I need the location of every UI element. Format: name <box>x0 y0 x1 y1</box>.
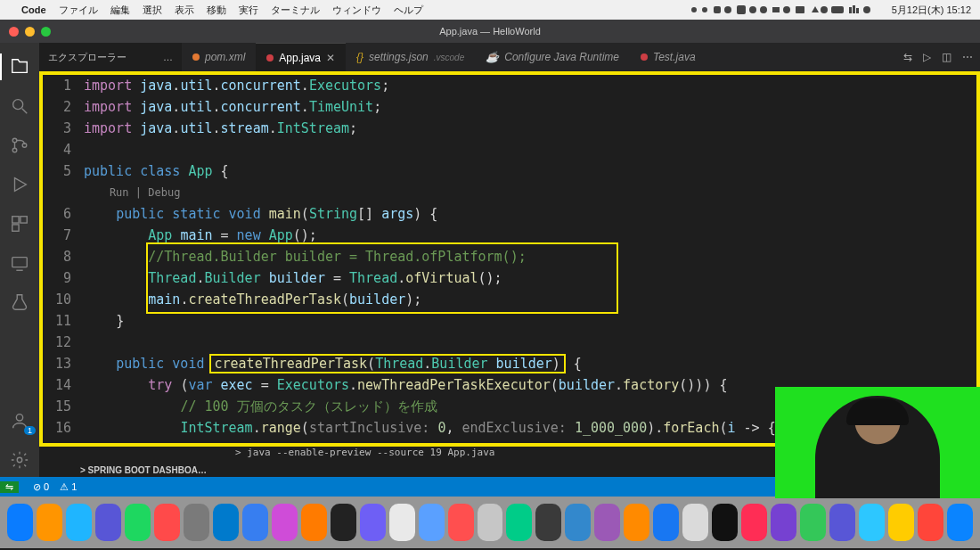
minimize-icon[interactable] <box>25 27 35 37</box>
tab-configure-java-runtime[interactable]: ☕Configure Java Runtime <box>475 43 630 71</box>
menu-edit[interactable]: 編集 <box>110 4 130 17</box>
java-file-icon <box>641 53 648 61</box>
activity-explorer[interactable] <box>0 50 39 84</box>
dock-app-27[interactable] <box>800 504 826 541</box>
status-errors[interactable]: ⊘ 0 <box>33 481 49 493</box>
menu-view[interactable]: 表示 <box>175 4 194 17</box>
json-file-icon: {} <box>356 51 363 63</box>
menu-help[interactable]: ヘルプ <box>394 4 423 17</box>
svg-rect-11 <box>831 6 844 13</box>
code-line-2[interactable]: 2import java.util.concurrent.TimeUnit; <box>43 96 976 118</box>
dock-app-12[interactable] <box>360 504 386 541</box>
menu-file[interactable]: ファイル <box>59 4 98 17</box>
dock-app-5[interactable] <box>154 504 180 541</box>
svg-point-15 <box>863 6 870 13</box>
activity-settings[interactable] <box>0 443 39 477</box>
code-line-9[interactable]: 9 Thread.Builder builder = Thread.ofVirt… <box>43 267 976 289</box>
dock-app-26[interactable] <box>771 504 796 541</box>
dock-app-17[interactable] <box>506 504 532 541</box>
window-title: App.java — HelloWorld <box>439 26 541 37</box>
activity-account[interactable]: 1 <box>0 404 39 438</box>
menu-go[interactable]: 移動 <box>207 4 226 17</box>
code-line-10[interactable]: 10 main.createThreadPerTask(builder); <box>43 289 976 310</box>
activity-debug[interactable] <box>0 168 39 201</box>
dock-app-31[interactable] <box>918 504 943 541</box>
activity-scm[interactable] <box>0 128 39 162</box>
editor-action-compare-icon[interactable]: ⇆ <box>903 51 912 63</box>
dock-app-25[interactable] <box>741 504 767 541</box>
menubar-status-icons[interactable] <box>689 4 885 16</box>
dock-app-14[interactable] <box>419 504 445 541</box>
dock-app-18[interactable] <box>535 504 561 541</box>
dock-app-11[interactable] <box>331 504 356 541</box>
dock-app-6[interactable] <box>184 504 209 541</box>
line-number: 7 <box>43 225 84 246</box>
code-line-6[interactable]: 6 public static void main(String[] args)… <box>43 203 976 225</box>
editor-action-run-icon[interactable]: ▷ <box>923 51 931 63</box>
code-line-7[interactable]: 7 App main = new App(); <box>43 225 976 246</box>
menu-select[interactable]: 選択 <box>143 4 162 17</box>
code-line-13[interactable]: 13 public void createThreadPerTask(Threa… <box>43 353 976 374</box>
dock-app-1[interactable] <box>37 504 62 541</box>
code-line-1[interactable]: 1import java.util.concurrent.Executors; <box>43 75 976 96</box>
tab-close-icon[interactable]: ✕ <box>326 52 335 64</box>
zoom-icon[interactable] <box>41 27 51 37</box>
dock-app-0[interactable] <box>7 504 33 541</box>
activity-remote[interactable] <box>0 246 39 280</box>
dock-app-3[interactable] <box>95 504 121 541</box>
dock-app-13[interactable] <box>389 504 415 541</box>
code-line-3[interactable]: 3import java.util.stream.IntStream; <box>43 118 976 139</box>
tab-label: pom.xml <box>205 51 245 63</box>
line-number: 11 <box>43 310 84 332</box>
code-line-11[interactable]: 11 } <box>43 310 976 332</box>
activity-test[interactable] <box>0 285 39 319</box>
explorer-more-icon[interactable]: … <box>163 52 173 62</box>
code-line-4[interactable]: 4 <box>43 139 976 160</box>
dock-app-23[interactable] <box>682 504 708 541</box>
editor-action-split-icon[interactable]: ◫ <box>942 51 951 63</box>
window-traffic-lights[interactable] <box>0 27 51 37</box>
code-line-8[interactable]: 8 //Thread.Builder builder = Thread.ofPl… <box>43 246 976 267</box>
dock-app-21[interactable] <box>624 504 649 541</box>
dock-app-28[interactable] <box>829 504 855 541</box>
dock-app-22[interactable] <box>653 504 679 541</box>
dock-app-16[interactable] <box>478 504 503 541</box>
app-name[interactable]: Code <box>21 4 46 15</box>
svg-point-5 <box>749 6 756 13</box>
menu-window[interactable]: ウィンドウ <box>332 4 381 17</box>
code-line-5[interactable]: 5public class App { <box>43 160 976 182</box>
dock-app-8[interactable] <box>242 504 268 541</box>
dock-app-24[interactable] <box>712 504 738 541</box>
svg-point-8 <box>783 6 790 13</box>
activity-search[interactable] <box>0 89 39 123</box>
explorer-title: エクスプローラー <box>48 51 127 64</box>
dock-app-4[interactable] <box>125 504 151 541</box>
dock-app-7[interactable] <box>213 504 239 541</box>
tab-settings-json[interactable]: {}settings.json .vscode <box>346 43 475 71</box>
menu-run[interactable]: 実行 <box>239 4 258 17</box>
dock-app-29[interactable] <box>859 504 885 541</box>
dock-app-15[interactable] <box>448 504 474 541</box>
tab-test-java[interactable]: Test.java <box>630 43 706 71</box>
menu-terminal[interactable]: ターミナル <box>271 4 320 17</box>
dock-app-20[interactable] <box>594 504 620 541</box>
svg-rect-23 <box>20 217 27 223</box>
dock-app-9[interactable] <box>272 504 298 541</box>
status-warnings[interactable]: ⚠ 1 <box>60 481 77 493</box>
dock-app-19[interactable] <box>565 504 591 541</box>
activity-extensions[interactable] <box>0 207 39 241</box>
remote-indicator[interactable]: ⇋ <box>0 481 19 493</box>
clock[interactable]: 5月12日(木) 15:12 <box>892 4 971 17</box>
dock-app-32[interactable] <box>947 504 973 541</box>
tab-app-java[interactable]: App.java ✕ <box>256 43 346 71</box>
dock-app-2[interactable] <box>66 504 92 541</box>
svg-rect-14 <box>856 8 859 13</box>
close-icon[interactable] <box>9 27 19 37</box>
macos-dock <box>0 497 980 548</box>
code-line-12[interactable]: 12 <box>43 332 976 353</box>
codelens-run-debug[interactable]: Run | Debug <box>84 182 976 203</box>
dock-app-30[interactable] <box>888 504 914 541</box>
dock-app-10[interactable] <box>301 504 327 541</box>
tab-pom-xml[interactable]: pom.xml <box>182 43 256 71</box>
editor-action-more-icon[interactable]: ⋯ <box>962 51 973 63</box>
